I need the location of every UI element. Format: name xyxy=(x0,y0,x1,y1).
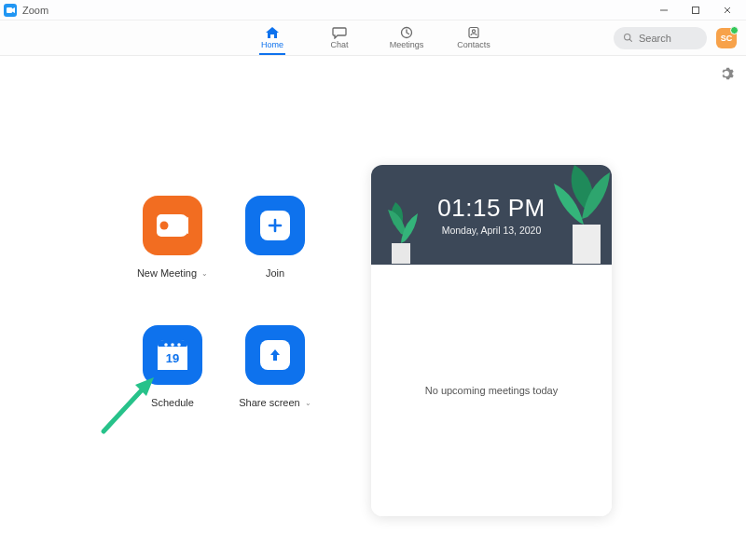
action-share-screen: Share screen ⌄ xyxy=(224,325,326,408)
settings-button[interactable] xyxy=(718,65,735,82)
action-join: Join xyxy=(224,196,326,279)
svg-rect-23 xyxy=(573,225,601,264)
tab-chat[interactable]: Chat xyxy=(317,20,362,55)
search-input-wrap[interactable] xyxy=(614,27,707,49)
plant-decoration-icon xyxy=(384,197,421,264)
search-icon xyxy=(623,33,633,43)
svg-point-7 xyxy=(472,30,475,33)
home-icon xyxy=(265,26,280,39)
contacts-icon xyxy=(466,26,481,39)
clock-date: Monday, April 13, 2020 xyxy=(442,225,542,236)
chevron-down-icon: ⌄ xyxy=(201,269,208,278)
new-meeting-label-row[interactable]: New Meeting ⌄ xyxy=(137,267,208,279)
new-meeting-button[interactable] xyxy=(143,196,202,255)
plus-icon xyxy=(268,218,283,233)
tab-home-label: Home xyxy=(261,40,283,49)
clock-icon xyxy=(399,26,414,39)
svg-rect-22 xyxy=(392,243,410,264)
content-area: New Meeting ⌄ Join xyxy=(0,56,746,560)
clock-time: 01:15 PM xyxy=(437,194,545,223)
svg-rect-0 xyxy=(7,7,12,13)
action-new-meeting: New Meeting ⌄ xyxy=(121,196,224,279)
arrow-up-icon xyxy=(268,348,283,362)
svg-point-18 xyxy=(164,343,168,347)
window-titlebar: Zoom xyxy=(0,0,746,20)
svg-point-20 xyxy=(177,343,181,347)
join-label: Join xyxy=(266,267,284,279)
gear-icon xyxy=(718,65,735,82)
tab-meetings-label: Meetings xyxy=(390,40,424,49)
zoom-app-icon xyxy=(4,4,17,17)
maximize-button[interactable] xyxy=(688,3,703,18)
avatar[interactable]: SC xyxy=(716,28,737,48)
search-input[interactable] xyxy=(639,33,698,44)
svg-text:19: 19 xyxy=(166,351,179,365)
upcoming-body: No upcoming meetings today xyxy=(371,265,612,516)
window-title: Zoom xyxy=(22,5,656,16)
no-upcoming-label: No upcoming meetings today xyxy=(425,385,558,396)
annotation-arrow-icon xyxy=(98,370,165,437)
join-button[interactable] xyxy=(245,196,305,255)
tab-contacts[interactable]: Contacts xyxy=(451,20,496,55)
share-screen-button[interactable] xyxy=(245,325,305,385)
minimize-button[interactable] xyxy=(656,3,671,18)
chat-icon xyxy=(332,26,347,39)
tab-home[interactable]: Home xyxy=(250,20,295,55)
svg-point-11 xyxy=(160,222,169,230)
tab-chat-label: Chat xyxy=(330,40,348,49)
tab-meetings[interactable]: Meetings xyxy=(384,20,429,55)
close-button[interactable] xyxy=(720,3,735,18)
calendar-icon: 19 xyxy=(158,340,187,370)
chevron-down-icon: ⌄ xyxy=(305,399,311,407)
avatar-initials: SC xyxy=(721,34,733,43)
top-nav: Home Chat Meetings Contacts SC xyxy=(0,20,746,56)
share-screen-label-row[interactable]: Share screen ⌄ xyxy=(239,397,311,408)
clock-header: 01:15 PM Monday, April 13, 2020 xyxy=(371,165,612,265)
plant-decoration-icon xyxy=(546,165,612,264)
new-meeting-label: New Meeting xyxy=(137,267,197,279)
svg-point-19 xyxy=(171,343,174,347)
svg-line-9 xyxy=(629,39,631,41)
tab-contacts-label: Contacts xyxy=(457,40,490,49)
svg-rect-2 xyxy=(693,7,699,13)
share-screen-label: Share screen xyxy=(239,397,299,408)
upcoming-panel: 01:15 PM Monday, April 13, 2020 No upcom… xyxy=(371,165,612,516)
videocam-icon xyxy=(157,214,188,237)
